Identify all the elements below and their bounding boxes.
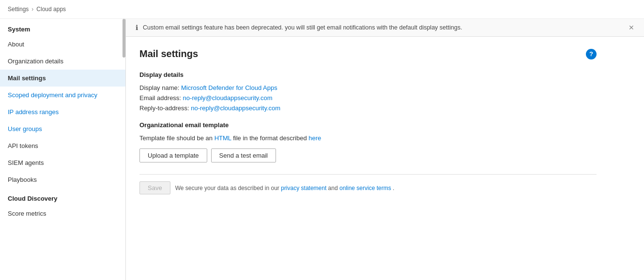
system-section-title: System <box>0 19 125 36</box>
display-details-section-title: Display details <box>139 71 597 78</box>
email-label: Email address: <box>139 94 181 102</box>
sidebar-item-playbooks[interactable]: Playbooks <box>0 171 125 188</box>
email-row: Email address: no-reply@cloudappsecurity… <box>139 94 597 102</box>
close-icon[interactable]: ✕ <box>629 24 634 31</box>
banner-text: Custom email settings feature has been d… <box>143 24 462 31</box>
sidebar-item-user-groups[interactable]: User groups <box>0 120 125 137</box>
template-buttons: Upload a template Send a test email <box>139 148 597 162</box>
content-area: Mail settings ? Display details Display … <box>126 37 610 206</box>
reply-to-label: Reply-to-address: <box>139 104 189 112</box>
breadcrumb-separator: › <box>31 6 33 13</box>
breadcrumb-cloud-apps[interactable]: Cloud apps <box>36 6 66 13</box>
sidebar-item-api-tokens[interactable]: API tokens <box>0 137 125 154</box>
here-link[interactable]: here <box>308 134 321 142</box>
footer-bar: Save We secure your data as described in… <box>139 174 597 194</box>
display-name-row: Display name: Microsoft Defender for Clo… <box>139 84 597 91</box>
page-title: Mail settings <box>139 48 198 59</box>
html-link[interactable]: HTML <box>215 134 231 142</box>
reply-to-row: Reply-to-address: no-reply@cloudappsecur… <box>139 104 597 112</box>
help-button[interactable]: ? <box>586 49 597 59</box>
info-icon: ℹ <box>136 24 138 31</box>
sidebar: System About Organization details Mail s… <box>0 19 126 280</box>
org-template-section: Organizational email template Template f… <box>139 121 597 194</box>
privacy-statement-link[interactable]: privacy statement <box>281 185 326 192</box>
breadcrumb-settings[interactable]: Settings <box>8 6 29 13</box>
online-service-terms-link[interactable]: online service terms <box>339 185 391 192</box>
sidebar-item-ip-ranges[interactable]: IP address ranges <box>0 103 125 120</box>
upload-template-button[interactable]: Upload a template <box>139 148 207 162</box>
sidebar-item-mail-settings[interactable]: Mail settings <box>0 70 125 87</box>
template-description: Template file should be an HTML file in … <box>139 134 597 142</box>
save-button[interactable]: Save <box>139 181 170 194</box>
sidebar-item-about[interactable]: About <box>0 36 125 53</box>
main-content: ℹ Custom email settings feature has been… <box>126 19 644 280</box>
page-title-row: Mail settings ? <box>139 48 597 59</box>
cloud-discovery-section-title: Cloud Discovery <box>0 188 125 205</box>
display-name-value: Microsoft Defender for Cloud Apps <box>181 84 277 91</box>
breadcrumb: Settings › Cloud apps <box>0 0 644 19</box>
footer-text: We secure your data as described in our … <box>175 185 395 192</box>
sidebar-item-siem-agents[interactable]: SIEM agents <box>0 154 125 171</box>
email-value: no-reply@cloudappsecurity.com <box>183 94 273 102</box>
deprecation-banner: ℹ Custom email settings feature has been… <box>126 19 644 37</box>
org-template-section-title: Organizational email template <box>139 121 597 129</box>
reply-to-value: no-reply@cloudappsecurity.com <box>191 104 280 112</box>
display-name-label: Display name: <box>139 84 179 91</box>
sidebar-item-scoped-deployment[interactable]: Scoped deployment and privacy <box>0 87 125 103</box>
sidebar-item-org-details[interactable]: Organization details <box>0 53 125 70</box>
send-test-email-button[interactable]: Send a test email <box>211 148 276 162</box>
sidebar-item-score-metrics[interactable]: Score metrics <box>0 205 125 222</box>
